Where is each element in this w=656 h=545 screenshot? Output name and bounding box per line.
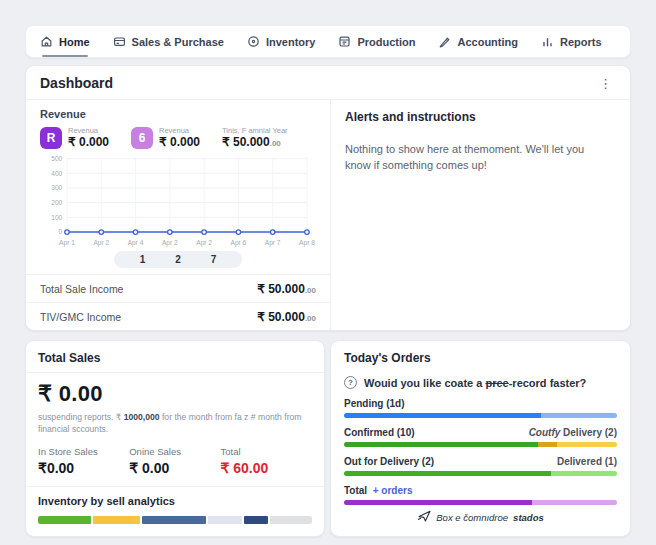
- badge-value: ₹ 0.000: [159, 136, 200, 150]
- svg-text:Apr 7: Apr 7: [265, 240, 281, 248]
- dashboard-header: Dashboard ⋮: [26, 66, 630, 100]
- kebab-menu-icon[interactable]: ⋮: [596, 76, 616, 91]
- page-title: Dashboard: [40, 75, 113, 91]
- total-orders-row: Total + orders: [344, 485, 617, 505]
- pending-progress-bar: [344, 413, 617, 418]
- total-sales-card: Total Sales ₹ 0.00 suspending reports. ₹…: [25, 340, 325, 537]
- confirmed-progress-bar: [344, 442, 617, 447]
- todays-orders-card: Today's Orders ? Wouid you like coate a …: [330, 340, 631, 537]
- badge-value: ₹ 50.000.00: [222, 136, 288, 150]
- disc-icon: [247, 35, 260, 48]
- box-icon: [338, 35, 351, 48]
- chart-pagination: 1 2 7: [114, 251, 243, 268]
- total-sale-income-row: Total Sale Income ₹ 50.000.00: [26, 274, 330, 302]
- total-sales-note: suspending reports. ₹ 1000,000 for the m…: [38, 411, 312, 435]
- out-for-delivery-row: Out for Delivery (2)Delivered (1): [344, 456, 617, 476]
- total-sales-amount: ₹ 0.00: [38, 381, 312, 407]
- svg-text:Apr 4: Apr 4: [128, 240, 144, 248]
- page-1[interactable]: 1: [140, 254, 146, 265]
- svg-text:100: 100: [51, 214, 62, 221]
- pending-row: Pending (1d): [344, 398, 617, 418]
- inventory-analytics-bar: [38, 516, 312, 524]
- question-icon: ?: [344, 376, 357, 389]
- svg-text:Apr 1: Apr 1: [59, 240, 75, 248]
- nav-item-inventory[interactable]: Inventory: [247, 26, 316, 57]
- nav-item-reports[interactable]: Reports: [541, 26, 602, 57]
- svg-text:Apr 2: Apr 2: [196, 240, 212, 248]
- alerts-body: Nothing to show here at themoment. We'll…: [345, 142, 595, 174]
- quick-record-prompt[interactable]: ? Wouid you like coate a pree-record fas…: [344, 376, 617, 389]
- badge-value: ₹ 0.000: [68, 136, 109, 150]
- delivered-progress-bar: [344, 471, 617, 476]
- revenue-badge-icon: 6: [131, 127, 153, 149]
- online-sales: Onine Sales ₹ 0.00: [129, 446, 220, 476]
- svg-text:400: 400: [51, 170, 62, 177]
- send-icon: [417, 510, 431, 524]
- total-sales-value: Total ₹ 60.00: [220, 446, 311, 476]
- nav-label: Accounting: [457, 36, 518, 48]
- nav-label: Home: [59, 36, 90, 48]
- confirmed-row: Confirmed (10)Coutfy Delivery (2): [344, 427, 617, 447]
- nav-item-accounting[interactable]: Accounting: [438, 26, 518, 57]
- chart-icon: [541, 35, 554, 48]
- nav-label: Inventory: [266, 36, 316, 48]
- sales-breakdown: In Store Sales ₹0.00 Onine Sales ₹ 0.00 …: [38, 446, 312, 476]
- app-canvas: Home Sales & Purchase Inventory Producti…: [0, 0, 656, 545]
- revenue-badge-2: 6 Revenua ₹ 0.000: [131, 127, 200, 149]
- dashboard-card: Dashboard ⋮ Revenue R Revenua ₹ 0.000 6: [25, 65, 631, 331]
- svg-text:0: 0: [59, 229, 63, 236]
- revenue-badge-1: R Revenua ₹ 0.000: [40, 127, 109, 149]
- nav-label: Production: [357, 36, 415, 48]
- nav-item-sales-purchase[interactable]: Sales & Purchase: [113, 26, 224, 57]
- revenue-fiscal-year: Tinis, F amnial Year ₹ 50.000.00: [222, 127, 288, 149]
- total-progress-bar: [344, 500, 617, 505]
- nav-item-production[interactable]: Production: [338, 26, 415, 57]
- svg-text:Apr 6: Apr 6: [231, 240, 247, 248]
- pen-icon: [438, 35, 451, 48]
- revenue-panel: Revenue R Revenua ₹ 0.000 6 Revenua ₹ 0: [26, 100, 331, 330]
- revenue-badges: R Revenua ₹ 0.000 6 Revenua ₹ 0.000: [26, 120, 330, 151]
- revenue-badge-icon: R: [40, 127, 62, 149]
- svg-text:Apr 2: Apr 2: [162, 240, 178, 248]
- nav-item-home[interactable]: Home: [40, 26, 90, 57]
- card-icon: [113, 35, 126, 48]
- alerts-title: Alerts and instructions: [345, 110, 616, 124]
- page-7[interactable]: 7: [211, 254, 217, 265]
- svg-text:500: 500: [51, 155, 62, 162]
- svg-text:200: 200: [51, 199, 62, 206]
- tiv-gmc-income-row: TIV/GMC Income ₹ 50.000.00: [26, 302, 330, 330]
- svg-text:Apr 2: Apr 2: [93, 240, 109, 248]
- page-2[interactable]: 2: [175, 254, 181, 265]
- home-icon: [40, 35, 53, 48]
- svg-text:Apr 8: Apr 8: [299, 240, 315, 248]
- nav-label: Reports: [560, 36, 602, 48]
- inventory-analytics-title: Inventory by sell analytics: [26, 486, 324, 507]
- total-sales-title: Total Sales: [26, 351, 324, 373]
- revenue-label: Revenue: [26, 108, 330, 120]
- alerts-panel: Alerts and instructions Nothing to show …: [331, 100, 630, 330]
- in-store-sales: In Store Sales ₹0.00: [38, 446, 129, 476]
- top-nav: Home Sales & Purchase Inventory Producti…: [25, 25, 631, 58]
- orders-footer[interactable]: Box e čomnıdroe stados: [344, 510, 617, 526]
- nav-label: Sales & Purchase: [132, 36, 224, 48]
- revenue-line-chart: 0100200300400500Apr 1Apr 2Apr 4Apr 2Apr …: [34, 153, 323, 250]
- todays-orders-title: Today's Orders: [344, 351, 617, 365]
- svg-text:300: 300: [51, 185, 62, 192]
